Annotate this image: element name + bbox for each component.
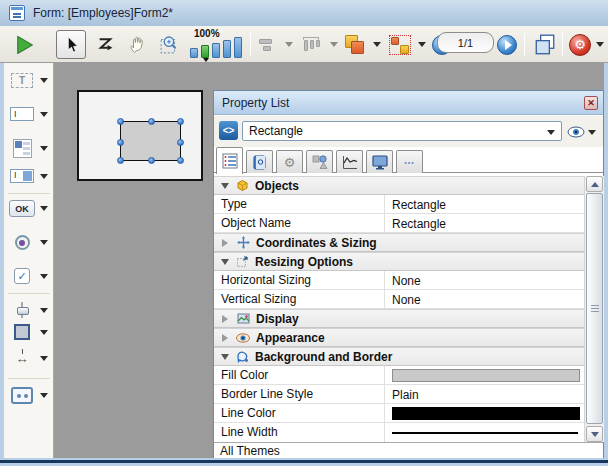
- section-background-border[interactable]: Background and Border: [214, 347, 584, 366]
- zoom-bar-800[interactable]: [234, 37, 242, 58]
- play-icon: [15, 36, 35, 54]
- zoom-bar-50[interactable]: [190, 48, 198, 58]
- property-value[interactable]: Rectangle: [384, 214, 584, 233]
- level-button[interactable]: [342, 30, 368, 59]
- section-appearance[interactable]: Appearance: [214, 328, 584, 347]
- shapes-icon: [312, 154, 328, 170]
- collapse-triangle-icon[interactable]: [221, 354, 229, 360]
- text-tool-dropdown[interactable]: [40, 78, 48, 83]
- tab-database[interactable]: [246, 150, 273, 173]
- form-page-canvas[interactable]: [77, 90, 203, 181]
- selected-rectangle-object[interactable]: [120, 121, 181, 161]
- zoom-bar-100-current[interactable]: [201, 45, 209, 58]
- form-properties-dropdown[interactable]: [594, 30, 606, 59]
- combobox-tool-dropdown[interactable]: [40, 174, 48, 179]
- rectangle-tool-dropdown[interactable]: [40, 330, 48, 335]
- palette-text-tool[interactable]: T: [4, 73, 54, 88]
- palette-radio-tool[interactable]: [4, 235, 54, 250]
- property-value[interactable]: [384, 366, 584, 385]
- object-selector-combobox[interactable]: Rectangle: [242, 121, 562, 141]
- palette-combobox-tool[interactable]: I: [4, 169, 54, 183]
- line-width-sample[interactable]: [392, 432, 578, 434]
- align-dropdown[interactable]: [283, 30, 295, 59]
- checkbox-tool-dropdown[interactable]: [40, 274, 48, 279]
- handle-middle-left[interactable]: [117, 139, 124, 146]
- handle-bottom-right[interactable]: [177, 157, 184, 164]
- tab-charts[interactable]: [336, 150, 363, 173]
- input-tool-dropdown[interactable]: [40, 112, 48, 117]
- palette-slider-tool[interactable]: [4, 301, 54, 319]
- property-value[interactable]: [384, 423, 584, 443]
- zoom-bar-400[interactable]: [223, 40, 231, 58]
- palette-splitter-tool[interactable]: ↔: [4, 352, 54, 365]
- expand-triangle-icon[interactable]: [222, 315, 228, 323]
- form-properties-button[interactable]: ⚙: [568, 30, 592, 59]
- themes-filter-bar[interactable]: All Themes: [214, 442, 603, 458]
- line-color-swatch[interactable]: [392, 407, 580, 420]
- palette-checkbox-tool[interactable]: ✓: [4, 268, 54, 284]
- property-value[interactable]: Plain: [384, 385, 584, 404]
- radio-tool-icon: [15, 235, 30, 250]
- next-page-button[interactable]: [497, 30, 517, 59]
- group-dropdown[interactable]: [416, 30, 428, 59]
- zoom-tool-button[interactable]: [156, 30, 182, 59]
- zoom-bar-200[interactable]: [212, 43, 220, 58]
- select-tool-button[interactable]: [56, 30, 86, 59]
- tab-more[interactable]: •••: [396, 150, 423, 173]
- expand-triangle-icon[interactable]: [222, 334, 228, 342]
- handle-top-right[interactable]: [177, 118, 184, 125]
- palette-button-tool[interactable]: OK: [4, 200, 54, 217]
- tab-events[interactable]: ⚙: [276, 150, 303, 173]
- radio-tool-dropdown[interactable]: [40, 240, 48, 245]
- expand-triangle-icon[interactable]: [222, 239, 228, 247]
- property-value[interactable]: None: [384, 271, 584, 290]
- section-objects[interactable]: Objects: [214, 176, 584, 195]
- group-icon: [389, 35, 411, 55]
- palette-listbox-tool[interactable]: [4, 139, 54, 158]
- fill-color-swatch[interactable]: [392, 369, 580, 382]
- section-resizing-options[interactable]: Resizing Options: [214, 252, 584, 271]
- scrollbar-thumb[interactable]: [586, 193, 603, 424]
- listbox-tool-dropdown[interactable]: [40, 146, 48, 151]
- page-indicator[interactable]: 1/1: [437, 32, 494, 53]
- palette-plugin-tool[interactable]: [4, 387, 54, 404]
- section-display[interactable]: Display: [214, 309, 584, 328]
- tab-objects[interactable]: [306, 150, 333, 173]
- distribute-button[interactable]: [299, 30, 325, 59]
- close-icon[interactable]: ✕: [584, 96, 598, 110]
- handle-middle-right[interactable]: [177, 139, 184, 146]
- distribute-dropdown[interactable]: [328, 30, 340, 59]
- collapse-triangle-icon[interactable]: [221, 259, 229, 265]
- handle-bottom-center[interactable]: [148, 157, 155, 164]
- monitor-icon: [372, 155, 388, 170]
- property-grid-scrollbar[interactable]: [584, 176, 604, 442]
- splitter-tool-dropdown[interactable]: [40, 356, 48, 361]
- button-tool-dropdown[interactable]: [40, 206, 48, 211]
- plugin-tool-dropdown[interactable]: [40, 393, 48, 398]
- scroll-up-icon[interactable]: [586, 176, 603, 192]
- slider-tool-dropdown[interactable]: [40, 308, 48, 313]
- property-value[interactable]: None: [384, 290, 584, 309]
- palette-input-tool[interactable]: I: [4, 107, 54, 121]
- handle-bottom-left[interactable]: [117, 157, 124, 164]
- collapse-triangle-icon[interactable]: [221, 183, 229, 189]
- property-value[interactable]: Rectangle: [384, 195, 584, 214]
- tab-display[interactable]: [366, 150, 393, 173]
- execute-form-button[interactable]: [10, 30, 40, 59]
- level-dropdown[interactable]: [371, 30, 383, 59]
- palette-rectangle-tool[interactable]: [4, 324, 54, 340]
- group-button[interactable]: [387, 30, 413, 59]
- view-options-button[interactable]: [567, 123, 601, 141]
- tab-properties[interactable]: [216, 147, 243, 174]
- align-button[interactable]: [256, 30, 280, 59]
- handle-top-left[interactable]: [117, 118, 124, 125]
- pan-tool-button[interactable]: [124, 30, 152, 59]
- handle-top-center[interactable]: [148, 118, 155, 125]
- title-bar: Form: [Employees]Form2*: [0, 0, 608, 26]
- zoom-level-widget[interactable]: 100%: [186, 28, 246, 61]
- scroll-down-icon[interactable]: [586, 426, 603, 442]
- property-value[interactable]: [384, 404, 584, 423]
- manage-pages-button[interactable]: [530, 30, 560, 59]
- order-entry-tool-button[interactable]: [92, 30, 118, 59]
- section-coordinates-sizing[interactable]: Coordinates & Sizing: [214, 233, 584, 252]
